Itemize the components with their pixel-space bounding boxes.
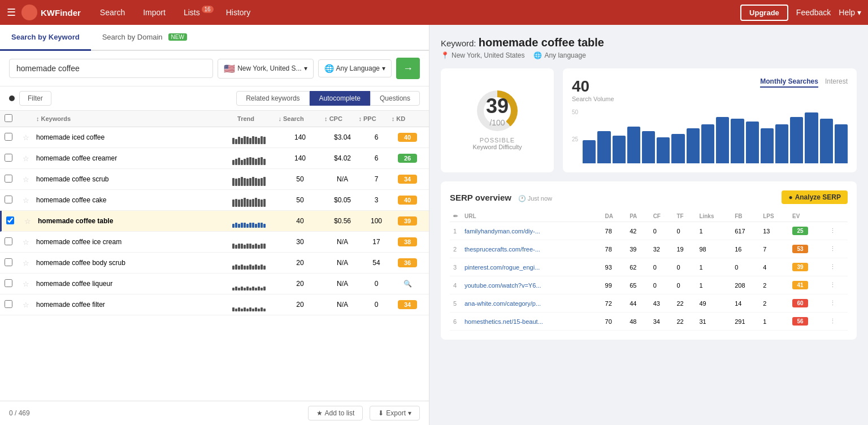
favorite-icon[interactable]: ☆ [23, 238, 29, 246]
chart-bar [775, 124, 788, 163]
tab-by-keyword[interactable]: Search by Keyword [0, 25, 91, 51]
ppc-value: 3 [362, 196, 390, 204]
keyword-text: homemade coffee ice cream [36, 238, 232, 246]
serp-cf: 34 [650, 313, 674, 331]
select-all-checkbox[interactable] [5, 114, 12, 122]
table-row[interactable]: ☆ homemade iced coffee 140 $3.04 6 40 [0, 127, 429, 148]
serp-more[interactable]: ⋮ [826, 240, 848, 258]
serp-links: 49 [696, 294, 731, 313]
serp-more[interactable]: ⋮ [826, 258, 848, 276]
kd-pie-chart: 39 /100 [477, 90, 518, 131]
favorite-icon[interactable]: ☆ [23, 154, 29, 163]
serp-fb: 16 [731, 240, 760, 258]
col-header-cpc[interactable]: ↕ CPC [314, 115, 353, 122]
col-header-kd[interactable]: ↕ KD [381, 115, 415, 122]
serp-tf: 19 [673, 240, 696, 258]
analyze-serp-button[interactable]: ● Analyze SERP [782, 190, 848, 204]
serp-rank: 4 [450, 276, 461, 294]
chart-bar [701, 124, 714, 163]
serp-url-link[interactable]: ana-white.com/category/p... [465, 300, 541, 307]
menu-icon[interactable]: ☰ [7, 6, 16, 19]
serp-more[interactable]: ⋮ [826, 222, 848, 240]
serp-url-cell: pinterest.com/rogue_engi... [461, 258, 602, 276]
serp-url-link[interactable]: thesprucecrafts.com/free-... [465, 246, 540, 253]
row-checkbox[interactable] [5, 300, 12, 308]
row-checkbox[interactable] [6, 216, 14, 224]
export-button[interactable]: ⬇ Export ▾ [370, 406, 420, 420]
filter-dot [9, 96, 15, 101]
nav-history[interactable]: History [218, 5, 259, 20]
row-checkbox[interactable] [5, 133, 12, 141]
serp-fb: 0 [731, 258, 760, 276]
nav-import[interactable]: Import [135, 5, 173, 20]
serp-more[interactable]: ⋮ [826, 276, 848, 294]
table-row[interactable]: ☆ homemade coffee ice cream 30 N/A 17 38 [0, 232, 429, 253]
nav-links: Search Import Lists 16 History [92, 5, 740, 20]
cpc-value: N/A [323, 280, 362, 288]
serp-lps: 2 [760, 276, 789, 294]
volume-card: 40 Search Volume Monthly Searches Intere… [563, 68, 857, 172]
chart-bar [790, 117, 803, 163]
table-row[interactable]: ☆ homemade coffee cake 50 $0.05 3 40 [0, 190, 429, 211]
serp-url-link[interactable]: youtube.com/watch?v=Y6... [465, 282, 541, 289]
serp-url-link[interactable]: homesthetics.net/15-beaut... [465, 318, 543, 325]
volume-chart [583, 107, 848, 163]
favorite-icon[interactable]: ☆ [23, 133, 29, 142]
tab-by-domain[interactable]: Search by Domain NEW [91, 25, 198, 51]
table-row[interactable]: ☆ homemade coffee filter 20 N/A 0 34 [0, 294, 429, 315]
row-checkbox[interactable] [5, 196, 12, 203]
vtab-monthly[interactable]: Monthly Searches [760, 77, 818, 88]
table-row[interactable]: ☆ homemade coffee creamer 140 $4.02 6 26 [0, 148, 429, 169]
location-select[interactable]: 🇺🇸 New York, United S... ▾ [218, 59, 313, 79]
tab-related[interactable]: Related keywords [236, 91, 309, 106]
search-volume: 20 [277, 280, 323, 288]
kd-sublabel: Keyword Difficulty [472, 144, 522, 150]
kd-badge: 38 [398, 237, 417, 246]
serp-fb: 617 [731, 222, 760, 240]
tab-autocomplete[interactable]: Autocomplete [310, 91, 370, 106]
add-to-list-button[interactable]: ★ Add to list [308, 406, 363, 420]
favorite-icon[interactable]: ☆ [23, 175, 29, 184]
favorite-icon[interactable]: ☆ [23, 301, 29, 309]
feedback-link[interactable]: Feedback [796, 8, 831, 17]
serp-more[interactable]: ⋮ [826, 294, 848, 313]
search-volume: 40 [277, 217, 323, 225]
favorite-icon[interactable]: ☆ [23, 259, 29, 267]
row-checkbox[interactable] [5, 237, 12, 245]
ppc-value: 17 [362, 238, 390, 246]
keyword-input[interactable] [9, 59, 213, 78]
serp-table: ✏ URL DA PA CF TF Links FB LPS EV 1 fami… [450, 211, 848, 331]
col-header-search[interactable]: ↓ Search [268, 115, 314, 122]
vtab-interest[interactable]: Interest [825, 77, 848, 88]
row-checkbox[interactable] [5, 175, 12, 183]
language-select[interactable]: 🌐 Any Language ▾ [318, 59, 392, 77]
help-link[interactable]: Help ▾ [839, 8, 861, 17]
upgrade-button[interactable]: Upgrade [740, 5, 788, 21]
tab-questions[interactable]: Questions [370, 91, 420, 106]
favorite-icon[interactable]: ☆ [23, 196, 29, 205]
serp-url-link[interactable]: pinterest.com/rogue_engi... [465, 264, 540, 271]
col-header-ppc[interactable]: ↕ PPC [353, 115, 381, 122]
favorite-icon[interactable]: ☆ [24, 217, 31, 225]
search-go-button[interactable]: → [396, 58, 420, 79]
favorite-icon[interactable]: ☆ [23, 280, 29, 288]
row-checkbox[interactable] [5, 154, 12, 162]
table-row[interactable]: ☆ homemade coffee scrub 50 N/A 7 34 [0, 169, 429, 190]
nav-lists[interactable]: Lists 16 [176, 5, 216, 20]
row-checkbox[interactable] [5, 258, 12, 266]
trend-chart [232, 277, 277, 290]
table-row[interactable]: ☆ homemade coffee liqueur 20 N/A 0 🔍 [0, 274, 429, 294]
volume-label: Search Volume [572, 96, 614, 102]
serp-more[interactable]: ⋮ [826, 313, 848, 331]
cpc-value: N/A [323, 301, 362, 309]
row-checkbox[interactable] [5, 279, 12, 287]
table-row[interactable]: ☆ homemade coffee table 40 $0.56 100 39 [0, 211, 429, 232]
table-row[interactable]: ☆ homemade coffee body scrub 20 N/A 54 3… [0, 253, 429, 274]
serp-url-link[interactable]: familyhandyman.com/diy-... [465, 228, 540, 235]
nav-search[interactable]: Search [92, 5, 133, 20]
filter-button[interactable]: Filter [19, 91, 51, 106]
cpc-value: N/A [323, 238, 362, 246]
col-tf: TF [673, 211, 696, 222]
chart-bar [761, 128, 774, 163]
filter-bar: Filter Related keywords Autocomplete Que… [0, 86, 429, 111]
